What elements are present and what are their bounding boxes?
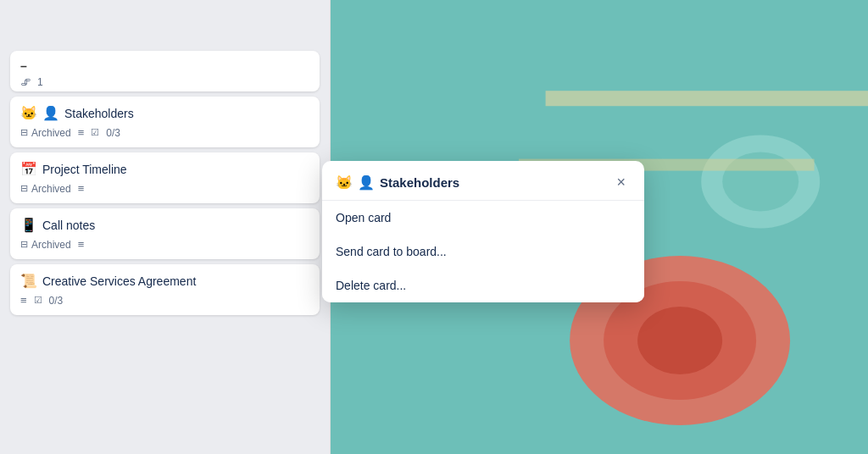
attachment-count-left: 1 bbox=[37, 76, 43, 88]
menu-item-send-card[interactable]: Send card to board... bbox=[322, 235, 644, 269]
description-icon-pt: ≡ bbox=[78, 182, 85, 195]
project-timeline-emoji: 📅 bbox=[20, 161, 37, 177]
creative-services-meta: ≡ ☑ 0/3 bbox=[20, 294, 309, 307]
call-notes-meta: ⊟ Archived ≡ bbox=[20, 238, 309, 251]
stakeholders-title-text: Stakeholders bbox=[64, 107, 134, 120]
archive-icon-s1: ⊟ bbox=[20, 127, 28, 138]
description-icon-cn: ≡ bbox=[78, 238, 85, 251]
project-timeline-archived-text: Archived bbox=[31, 183, 71, 195]
description-icon-cs: ≡ bbox=[20, 294, 27, 307]
card-stakeholders-title-row: 🐱 👤 Stakeholders bbox=[20, 105, 309, 121]
attachment-icon-left: 🖇 bbox=[20, 76, 31, 88]
project-timeline-title-text: Project Timeline bbox=[42, 163, 127, 176]
creative-services-emoji: 📜 bbox=[20, 273, 37, 289]
context-menu-title-text: Stakeholders bbox=[380, 175, 459, 190]
card-stakeholders[interactable]: 🐱 👤 Stakeholders ⊟ Archived ≡ ☑ 0/3 bbox=[10, 97, 320, 147]
stakeholders-archive-badge: ⊟ Archived bbox=[20, 127, 71, 139]
stakeholders-archived-text: Archived bbox=[31, 127, 71, 139]
project-timeline-title-row: 📅 Project Timeline bbox=[20, 161, 309, 177]
archive-icon-cn: ⊟ bbox=[20, 239, 28, 250]
context-menu-header: 🐱 👤 Stakeholders × bbox=[322, 161, 644, 201]
card-call-notes[interactable]: 📱 Call notes ⊟ Archived ≡ bbox=[10, 208, 320, 259]
card-project-timeline[interactable]: 📅 Project Timeline ⊟ Archived ≡ bbox=[10, 152, 320, 203]
board-area: – 🖇 1 🐱 👤 Stakeholders ⊟ Archived ≡ ☑ bbox=[0, 0, 868, 454]
context-menu-close-button[interactable]: × bbox=[611, 173, 631, 191]
call-notes-archive-badge: ⊟ Archived bbox=[20, 239, 71, 251]
partial-top-card-left[interactable]: – 🖇 1 bbox=[10, 51, 320, 91]
creative-services-title-text: Creative Services Agreement bbox=[42, 274, 196, 288]
creative-services-title-row: 📜 Creative Services Agreement bbox=[20, 273, 309, 289]
left-column: – 🖇 1 🐱 👤 Stakeholders ⊟ Archived ≡ ☑ bbox=[0, 0, 331, 454]
svg-point-3 bbox=[637, 307, 722, 374]
project-timeline-meta: ⊟ Archived ≡ bbox=[20, 182, 309, 195]
context-menu-emoji2: 👤 bbox=[358, 174, 375, 191]
stakeholders-meta: ⊟ Archived ≡ ☑ 0/3 bbox=[20, 126, 309, 139]
svg-rect-6 bbox=[546, 91, 868, 106]
menu-item-delete-card[interactable]: Delete card... bbox=[322, 269, 644, 302]
dash-icon-left: – bbox=[20, 59, 27, 73]
checklist-icon-s1: ☑ bbox=[91, 127, 99, 138]
card-creative-services[interactable]: 📜 Creative Services Agreement ≡ ☑ 0/3 bbox=[10, 264, 320, 315]
call-notes-title-text: Call notes bbox=[42, 219, 95, 232]
archive-icon-pt: ⊟ bbox=[20, 183, 28, 194]
context-menu-emoji1: 🐱 bbox=[336, 174, 353, 191]
stakeholders-checklist: 0/3 bbox=[106, 127, 120, 139]
context-menu-title-row: 🐱 👤 Stakeholders bbox=[336, 174, 459, 191]
call-notes-title-row: 📱 Call notes bbox=[20, 217, 309, 233]
context-menu: 🐱 👤 Stakeholders × Open card Send card t… bbox=[322, 161, 644, 302]
menu-item-open-card[interactable]: Open card bbox=[322, 201, 644, 235]
project-timeline-archive-badge: ⊟ Archived bbox=[20, 183, 71, 195]
description-icon-s1: ≡ bbox=[78, 126, 85, 139]
call-notes-archived-text: Archived bbox=[31, 239, 71, 251]
call-notes-emoji: 📱 bbox=[20, 217, 37, 233]
checklist-icon-cs: ☑ bbox=[34, 295, 42, 306]
creative-services-checklist: 0/3 bbox=[49, 295, 64, 307]
stakeholders-emoji2: 👤 bbox=[42, 105, 59, 121]
stakeholders-emoji1: 🐱 bbox=[20, 105, 37, 121]
